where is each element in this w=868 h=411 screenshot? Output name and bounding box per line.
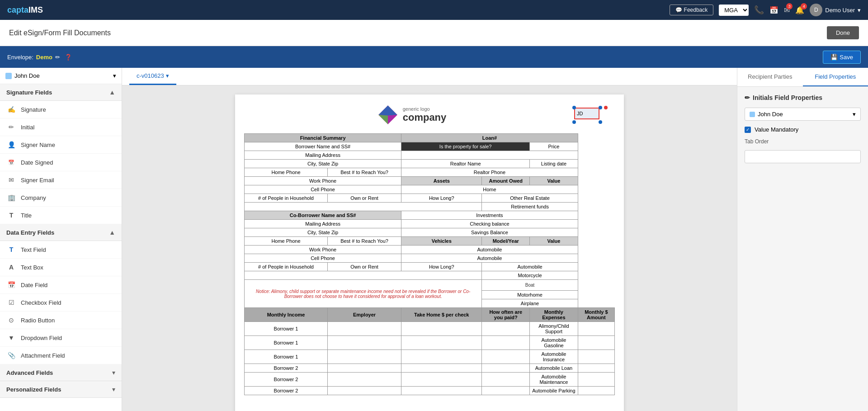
company-generic-text: generic logo bbox=[403, 106, 447, 112]
save-button[interactable]: 💾 Save bbox=[823, 51, 861, 64]
sidebar-item-signature[interactable]: ✍ Signature bbox=[0, 101, 122, 118]
motorhome-cell: Motorhome bbox=[482, 291, 578, 299]
empty-cell bbox=[401, 350, 482, 364]
empty-cell bbox=[578, 373, 614, 387]
other-real-estate-cell: Other Real Estate bbox=[482, 194, 578, 203]
recipient-selector[interactable]: John Doe ▾ bbox=[0, 68, 122, 84]
monthly-income-header: Monthly Income bbox=[245, 308, 328, 322]
user-label: Demo User bbox=[825, 7, 855, 14]
mga-dropdown[interactable]: MGA bbox=[719, 5, 749, 16]
document-content: generic logo company JD bbox=[122, 85, 737, 411]
tab-order-input[interactable] bbox=[745, 150, 861, 163]
value-header2: Value bbox=[530, 237, 578, 246]
done-button[interactable]: Done bbox=[827, 26, 859, 39]
empty-row2 bbox=[245, 271, 482, 280]
text-field-label: Text Field bbox=[21, 246, 46, 253]
edit-icon[interactable]: ✏ bbox=[55, 54, 60, 61]
attachment-field-label: Attachment Field bbox=[21, 352, 65, 359]
value-header: Value bbox=[530, 177, 578, 185]
sidebar-item-signer-name[interactable]: 👤 Signer Name bbox=[0, 136, 122, 154]
co-people-cell: # of People in Household bbox=[245, 263, 328, 271]
investments-cell: Investments bbox=[401, 211, 578, 220]
borrower1-row3: Borrower 1 bbox=[245, 350, 328, 364]
envelope-name: Demo bbox=[36, 54, 52, 61]
sidebar-item-signer-email[interactable]: ✉ Signer Email bbox=[0, 171, 122, 189]
empty-cell bbox=[482, 336, 530, 350]
document-page: generic logo company JD bbox=[235, 94, 624, 411]
table-row: Borrower 1 Automobile Insurance bbox=[245, 350, 615, 364]
email-notification[interactable]: ✉ 3 bbox=[784, 6, 790, 14]
sidebar-item-initial[interactable]: ✏ Initial bbox=[0, 118, 122, 136]
recipient-field-dropdown[interactable]: John Doe ▾ bbox=[745, 108, 861, 121]
data-entry-fields-header[interactable]: Data Entry Fields ▲ bbox=[0, 224, 122, 241]
tab-field-properties[interactable]: Field Properties bbox=[803, 68, 868, 86]
table-row: Motorcycle bbox=[245, 271, 615, 280]
save-icon: 💾 bbox=[830, 54, 838, 61]
feedback-button[interactable]: 💬 Feedback bbox=[670, 5, 714, 15]
signer-email-icon: ✉ bbox=[6, 175, 16, 185]
user-menu-button[interactable]: D Demo User ▾ bbox=[810, 4, 861, 16]
resize-handle-br[interactable] bbox=[599, 120, 602, 124]
save-label: Save bbox=[840, 54, 853, 61]
table-row: Retirement funds bbox=[245, 203, 615, 211]
sidebar-item-attachment-field[interactable]: 📎 Attachment Field bbox=[0, 347, 122, 364]
data-entry-fields-title: Data Entry Fields bbox=[6, 229, 54, 236]
table-header-row: Financial Summary Loan# bbox=[245, 134, 615, 142]
signer-name-icon: 👤 bbox=[6, 140, 16, 150]
resize-handle-tr[interactable] bbox=[599, 106, 602, 109]
table-row: Co-Borrower Name and SS# Investments bbox=[245, 211, 615, 220]
calendar-icon[interactable]: 📅 bbox=[769, 6, 778, 14]
table-row: # of People in Household Own or Rent How… bbox=[245, 194, 615, 203]
tab-order-label: Tab Order bbox=[745, 138, 861, 145]
people-household-cell: # of People in Household bbox=[245, 194, 328, 203]
auto-maintenance-cell: Automobile Maintenance bbox=[530, 373, 578, 387]
sidebar-item-radio-button[interactable]: ⊙ Radio Button bbox=[0, 312, 122, 329]
sidebar-item-text-field[interactable]: T Text Field bbox=[0, 241, 122, 259]
right-panel-content: ✏ Initials Field Properties John Doe ▾ ✓… bbox=[737, 87, 868, 170]
empty-cell bbox=[401, 336, 482, 350]
sidebar-item-company[interactable]: 🏢 Company bbox=[0, 189, 122, 207]
advanced-fields-title: Advanced Fields bbox=[6, 369, 53, 376]
delete-handle[interactable] bbox=[604, 106, 608, 109]
resize-handle-bl[interactable] bbox=[572, 120, 576, 124]
initials-field-box[interactable]: JD bbox=[574, 108, 599, 119]
envelope-text: Envelope: bbox=[7, 54, 33, 61]
table-row: Mailing Address bbox=[245, 151, 615, 160]
borrower-name-cell: Borrower Name and SS# bbox=[245, 142, 401, 151]
attachment-field-icon: 📎 bbox=[6, 350, 16, 360]
signature-fields-header[interactable]: Signature Fields ▲ bbox=[0, 84, 122, 101]
advanced-fields-header[interactable]: Advanced Fields ▾ bbox=[0, 364, 122, 381]
page-header: Edit eSign/Form Fill Documents Done bbox=[0, 20, 868, 46]
take-home-header: Take Home $ per check bbox=[401, 308, 482, 322]
co-home-phone-cell: Home Phone bbox=[245, 237, 328, 246]
main-layout: John Doe ▾ Signature Fields ▲ ✍ Signatur… bbox=[0, 68, 868, 411]
sidebar-item-date-field[interactable]: 📅 Date Field bbox=[0, 276, 122, 294]
table-row: City, State Zip Savings Balance bbox=[245, 228, 615, 237]
loan-header: Loan# bbox=[401, 134, 578, 142]
right-panel: Recipient Parties Field Properties ✏ Ini… bbox=[737, 68, 868, 411]
sidebar-item-date-signed[interactable]: 📅 Date Signed bbox=[0, 154, 122, 171]
bell-notification[interactable]: 🔔 4 bbox=[795, 6, 804, 14]
signer-name-label: Signer Name bbox=[21, 142, 55, 148]
recipient-dot bbox=[750, 112, 755, 117]
value-mandatory-row: ✓ Value Mandatory bbox=[745, 126, 861, 133]
sidebar-item-checkbox-field[interactable]: ☑ Checkbox Field bbox=[0, 294, 122, 312]
doc-tab-label: c-v010623 bbox=[137, 72, 164, 79]
table-row: # of People in Household Own or Rent How… bbox=[245, 263, 615, 271]
tab-recipient-parties[interactable]: Recipient Parties bbox=[737, 68, 803, 86]
resize-handle-tl[interactable] bbox=[572, 106, 576, 109]
document-tab[interactable]: c-v010623 ▾ bbox=[129, 68, 176, 85]
recipient-name: John Doe bbox=[14, 72, 40, 79]
sidebar-item-title[interactable]: T Title bbox=[0, 207, 122, 224]
auto-loan-cell: Automobile Loan bbox=[530, 364, 578, 373]
phone-icon[interactable]: 📞 bbox=[754, 5, 764, 15]
diamond-logo-svg bbox=[377, 104, 399, 126]
sidebar-item-text-box[interactable]: A Text Box bbox=[0, 259, 122, 276]
value-mandatory-checkbox[interactable]: ✓ bbox=[745, 127, 751, 133]
employer-header: Employer bbox=[327, 308, 401, 322]
personalized-fields-header[interactable]: Personalized Fields ▾ bbox=[0, 381, 122, 398]
sidebar-item-dropdown-field[interactable]: ▼ Dropdown Field bbox=[0, 329, 122, 347]
empty-cell bbox=[401, 364, 482, 373]
realtor-phone-cell: Realtor Phone bbox=[401, 168, 578, 177]
help-icon[interactable]: ❓ bbox=[65, 54, 72, 61]
